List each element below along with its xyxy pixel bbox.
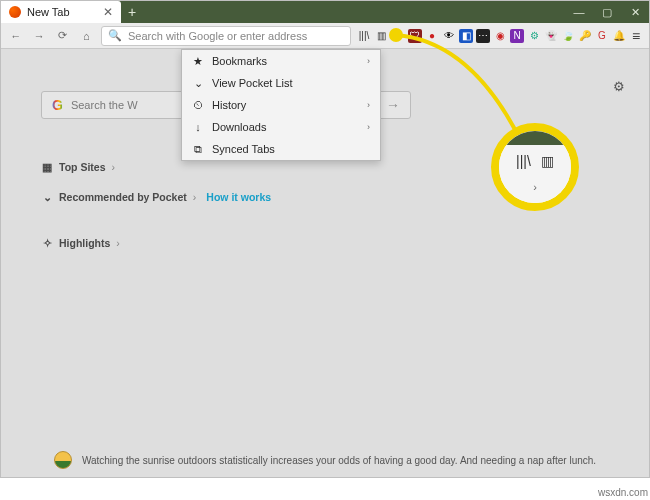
menu-synced-label: Synced Tabs	[212, 143, 275, 155]
hamburger-menu[interactable]: ≡	[629, 29, 643, 43]
nav-toolbar: ← → ⟳ ⌂ 🔍 Search with Google or enter ad…	[1, 23, 649, 49]
snippet-text: Watching the sunrise outdoors statistica…	[82, 455, 596, 466]
newtab-settings-icon[interactable]: ⚙	[613, 79, 625, 94]
firefox-favicon	[9, 6, 21, 18]
menu-downloads-label: Downloads	[212, 121, 266, 133]
how-it-works-link[interactable]: How it works	[206, 191, 271, 203]
synced-icon: ⧉	[192, 143, 204, 156]
ext-container-icon[interactable]: ◧	[459, 29, 473, 43]
ext-key-icon[interactable]: 🔑	[578, 29, 592, 43]
address-bar[interactable]: 🔍 Search with Google or enter address	[101, 26, 351, 46]
window-controls: — ▢ ✕	[565, 1, 649, 23]
ext-g-icon[interactable]: G	[595, 29, 609, 43]
ext-onenote-icon[interactable]: N	[510, 29, 524, 43]
ext-capture-icon[interactable]: 👁	[442, 29, 456, 43]
top-sites-label: Top Sites	[59, 161, 105, 173]
pocket-icon: ⌄	[41, 191, 53, 203]
new-tab-button[interactable]: +	[121, 1, 143, 23]
callout-magnifier: |||\ ▥ ›	[491, 123, 579, 211]
grid-icon: ▦	[41, 161, 53, 173]
ext-gear-icon[interactable]: ⚙	[527, 29, 541, 43]
menu-history[interactable]: ⏲ History ›	[182, 94, 380, 116]
menu-caret-zoom: ›	[533, 181, 537, 193]
star-icon: ★	[192, 55, 204, 68]
submenu-arrow-icon: ›	[367, 100, 370, 110]
chevron-right-icon: ›	[111, 161, 115, 173]
address-placeholder: Search with Google or enter address	[128, 30, 307, 42]
ext-ublock-icon[interactable]: 🛡	[408, 29, 422, 43]
search-placeholder: Search the W	[71, 99, 138, 111]
tab-title: New Tab	[27, 6, 97, 18]
menu-history-label: History	[212, 99, 246, 111]
search-icon: 🔍	[108, 29, 122, 42]
section-highlights[interactable]: ✧ Highlights ›	[41, 237, 609, 249]
menu-synced-tabs[interactable]: ⧉ Synced Tabs	[182, 138, 380, 160]
library-menu: ★ Bookmarks › ⌄ View Pocket List ⏲ Histo…	[181, 49, 381, 161]
home-button[interactable]: ⌂	[78, 27, 96, 45]
ext-square-icon[interactable]: ⋯	[476, 29, 490, 43]
highlights-icon: ✧	[41, 237, 53, 249]
forward-button[interactable]: →	[31, 27, 49, 45]
pocket-icon: ⌄	[192, 77, 204, 90]
download-icon: ↓	[192, 121, 204, 133]
sidebar-icon[interactable]: ▥	[374, 29, 388, 43]
snippet-bar: Watching the sunrise outdoors statistica…	[1, 451, 649, 469]
menu-bookmarks-label: Bookmarks	[212, 55, 267, 67]
chevron-right-icon: ›	[116, 237, 120, 249]
highlights-label: Highlights	[59, 237, 110, 249]
submenu-arrow-icon: ›	[367, 122, 370, 132]
ext-leaf-icon[interactable]: 🍃	[561, 29, 575, 43]
submenu-arrow-icon: ›	[367, 56, 370, 66]
menu-bookmarks[interactable]: ★ Bookmarks ›	[182, 50, 380, 72]
ext-dark-icon[interactable]: ●	[425, 29, 439, 43]
tab-active[interactable]: New Tab ✕	[1, 1, 121, 23]
menu-pocket-label: View Pocket List	[212, 77, 293, 89]
ext-bell-icon[interactable]: 🔔	[612, 29, 626, 43]
chevron-right-icon: ›	[193, 191, 197, 203]
watermark: wsxdn.com	[598, 487, 648, 498]
back-button[interactable]: ←	[7, 27, 25, 45]
recommended-label: Recommended by Pocket	[59, 191, 187, 203]
tab-close-icon[interactable]: ✕	[103, 5, 113, 19]
tab-strip: New Tab ✕ + — ▢ ✕	[1, 1, 649, 23]
window-close[interactable]: ✕	[621, 1, 649, 23]
callout-origin-dot	[389, 28, 403, 42]
google-logo-icon: G	[52, 97, 63, 113]
window-maximize[interactable]: ▢	[593, 1, 621, 23]
library-icon[interactable]: |||\	[357, 29, 371, 43]
window-minimize[interactable]: —	[565, 1, 593, 23]
snippet-icon	[54, 451, 72, 469]
history-icon: ⏲	[192, 99, 204, 111]
browser-window: New Tab ✕ + — ▢ ✕ ← → ⟳ ⌂ 🔍 Search with …	[0, 0, 650, 478]
menu-pocket[interactable]: ⌄ View Pocket List	[182, 72, 380, 94]
reload-button[interactable]: ⟳	[54, 27, 72, 45]
ext-ghost-icon[interactable]: 👻	[544, 29, 558, 43]
ext-adblock-icon[interactable]: ◉	[493, 29, 507, 43]
search-go-icon[interactable]: →	[386, 97, 400, 113]
menu-downloads[interactable]: ↓ Downloads ›	[182, 116, 380, 138]
library-icon-zoom: |||\	[516, 153, 531, 169]
sidebar-icon-zoom: ▥	[541, 153, 554, 169]
